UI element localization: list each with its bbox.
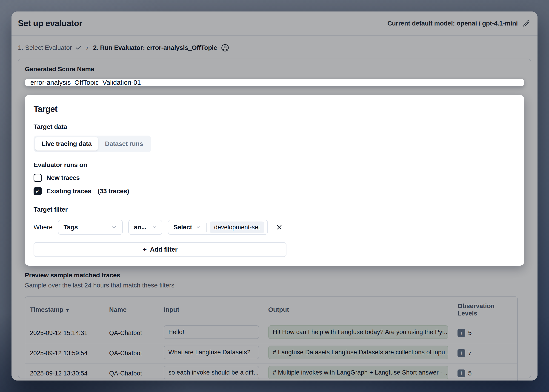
chevron-right-icon: › [86, 44, 88, 52]
breadcrumb-step-run-evaluator: 2. Run Evaluator: error-analysis_OffTopi… [93, 44, 229, 52]
table-row: 2025-09-12 13:30:54 QA-Chatbot so each i… [25, 364, 517, 380]
input-cell-chip: What are Langfuse Datasets? [164, 346, 259, 359]
output-cell-chip: # Langfuse Datasets Langfuse Datasets ar… [268, 346, 449, 359]
observation-levels-cell: i 7 [457, 349, 513, 357]
checkmark-icon: ✓ [35, 188, 40, 194]
edit-pencil-icon [523, 20, 530, 27]
timestamp-cell: 2025-09-12 13:30:54 [25, 364, 105, 380]
page-title: Set up evaluator [18, 19, 82, 28]
breadcrumb-step-select-evaluator[interactable]: 1. Select Evaluator [18, 44, 82, 51]
add-filter-label: Add filter [150, 246, 178, 253]
name-cell: QA-Chatbot [105, 364, 159, 380]
breadcrumb-step2-label: 2. Run Evaluator: error-analysis_OffTopi… [93, 44, 217, 51]
evaluator-runs-on-label: Evaluator runs on [34, 161, 515, 169]
tab-live-tracing-data[interactable]: Live tracing data [35, 137, 98, 151]
column-header-timestamp[interactable]: Timestamp▼ [25, 297, 105, 323]
score-name-input[interactable] [25, 79, 524, 86]
divider [206, 223, 207, 232]
chevron-down-icon [152, 225, 157, 230]
preview-heading: Preview sample matched traces [25, 272, 524, 279]
filter-operator-value: an... [134, 224, 146, 231]
matched-traces-table: Timestamp▼ Name Input Output Observation… [25, 296, 518, 380]
preview-section: Preview sample matched traces Sample ove… [25, 272, 524, 380]
observation-levels-cell: i 5 [457, 370, 513, 377]
target-data-label: Target data [34, 123, 515, 131]
setup-evaluator-modal: Set up evaluator Current default model: … [12, 12, 537, 380]
remove-filter-button[interactable] [275, 223, 284, 232]
score-name-label: Generated Score Name [25, 65, 524, 73]
filter-value-chip[interactable]: development-set [210, 222, 264, 233]
existing-traces-label: Existing traces [46, 188, 91, 195]
column-header-input: Input [159, 297, 264, 323]
input-cell-chip: so each invoke should be a diff... [164, 366, 259, 379]
timestamp-cell: 2025-09-12 13:59:54 [25, 343, 105, 364]
output-cell-chip: Hi! How can I help with Langfuse today? … [268, 325, 449, 339]
timestamp-header-label: Timestamp [30, 306, 64, 313]
default-model-label: Current default model: openai / gpt-4.1-… [387, 20, 518, 27]
filter-operator-select[interactable]: an... [128, 220, 162, 235]
observation-level-count: 5 [468, 329, 472, 337]
edit-model-button[interactable] [522, 19, 531, 28]
breadcrumb-step1-label: 1. Select Evaluator [18, 44, 72, 51]
target-heading: Target [34, 104, 515, 114]
where-label: Where [34, 224, 52, 231]
chevron-down-icon [196, 224, 201, 230]
table-row: 2025-09-12 13:59:54 QA-Chatbot What are … [25, 343, 517, 364]
option-row-existing-traces: ✓ Existing traces (33 traces) [34, 187, 515, 195]
input-cell-chip: Hello! [164, 325, 259, 339]
check-icon [75, 45, 82, 51]
existing-traces-count: (33 traces) [98, 188, 129, 195]
modal-header: Set up evaluator Current default model: … [12, 12, 537, 36]
filter-value-placeholder: Select [173, 224, 192, 231]
filter-row: Where Tags an... Select [34, 220, 515, 235]
column-header-name: Name [105, 297, 159, 323]
table-row: 2025-09-12 15:14:31 QA-Chatbot Hello! Hi… [25, 323, 517, 343]
option-row-new-traces: New traces [34, 174, 515, 182]
info-badge-icon: i [457, 349, 465, 357]
info-badge-icon: i [457, 370, 465, 377]
plus-icon: + [143, 246, 147, 253]
column-header-output: Output [264, 297, 453, 323]
observation-levels-cell: i 5 [457, 329, 513, 337]
user-circle-icon [221, 44, 229, 52]
filter-column-value: Tags [64, 224, 78, 231]
filter-value-select[interactable]: Select development-set [168, 220, 268, 235]
chevron-down-icon [111, 224, 117, 230]
target-filter-label: Target filter [34, 206, 515, 213]
default-model-section: Current default model: openai / gpt-4.1-… [387, 19, 531, 28]
observation-level-count: 5 [468, 370, 472, 377]
target-card: Target Target data Live tracing data Dat… [25, 95, 524, 266]
table-header-row: Timestamp▼ Name Input Output Observation… [25, 297, 517, 323]
existing-traces-checkbox[interactable]: ✓ [34, 187, 42, 195]
preview-subheading: Sample over the last 24 hours that match… [25, 282, 524, 289]
breadcrumb: 1. Select Evaluator › 2. Run Evaluator: … [12, 36, 537, 59]
output-cell-chip: # Multiple invokes with LangGraph + Lang… [268, 366, 449, 379]
new-traces-label: New traces [46, 174, 80, 182]
target-data-tabs: Live tracing data Dataset runs [34, 136, 151, 152]
info-badge-icon: i [457, 329, 465, 337]
evaluator-form-container: Generated Score Name Target Target data … [18, 59, 531, 378]
sort-desc-icon: ▼ [65, 308, 70, 313]
add-filter-button[interactable]: + Add filter [34, 242, 286, 257]
filter-column-select[interactable]: Tags [58, 220, 123, 235]
observation-level-count: 7 [468, 350, 472, 357]
tab-dataset-runs[interactable]: Dataset runs [98, 137, 150, 151]
column-header-observation-levels: Observation Levels [453, 297, 517, 323]
name-cell: QA-Chatbot [105, 323, 159, 343]
name-cell: QA-Chatbot [105, 343, 159, 364]
close-icon [276, 224, 283, 231]
timestamp-cell: 2025-09-12 15:14:31 [25, 323, 105, 343]
new-traces-checkbox[interactable] [34, 174, 42, 182]
